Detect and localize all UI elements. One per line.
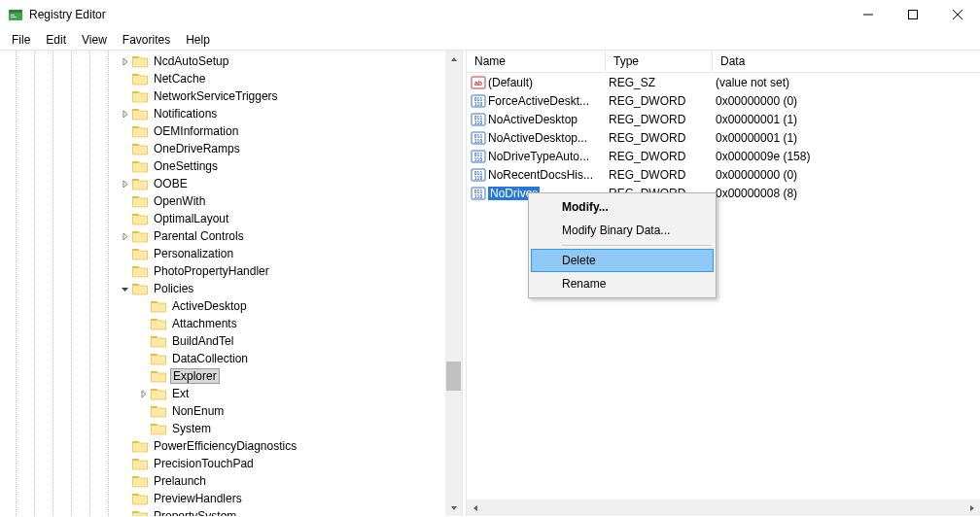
menu-edit[interactable]: Edit [38,31,74,49]
chevron-right-icon[interactable] [117,176,132,191]
tree-item[interactable]: Personalization [0,245,462,262]
svg-text:ab: ab [474,80,482,86]
tree-item[interactable]: OneSettings [0,157,462,175]
context-modify-binary[interactable]: Modify Binary Data... [531,219,714,242]
scroll-thumb[interactable] [446,362,461,391]
close-button[interactable] [935,0,980,29]
value-name-cell: 011110NoActiveDesktop [467,112,605,127]
value-row[interactable]: 011110NoActiveDesktopREG_DWORD0x00000001… [467,110,980,128]
value-type-cell: REG_DWORD [605,94,712,108]
context-separator [562,245,712,246]
value-name-cell: 011110NoActiveDesktop... [467,130,605,146]
tree-item[interactable]: NonEnum [0,402,462,420]
chevron-right-icon[interactable] [117,53,132,69]
maximize-button[interactable] [891,0,935,29]
tree-item[interactable]: Attachments [0,315,462,332]
svg-rect-1 [9,10,22,13]
tree-item-label: DataCollection [170,352,250,365]
list-horizontal-scrollbar[interactable] [467,500,980,516]
chevron-right-icon[interactable] [117,106,132,121]
value-type-cell: REG_DWORD [605,150,712,163]
context-rename[interactable]: Rename [531,272,714,295]
registry-tree[interactable]: NcdAutoSetupNetCacheNetworkServiceTrigge… [0,51,462,516]
tree-item[interactable]: OEMInformation [0,122,462,140]
tree-item[interactable]: PhotoPropertyHandler [0,262,462,280]
expander-none [117,438,132,454]
tree-item[interactable]: PreviewHandlers [0,490,462,507]
tree-item[interactable]: OOBE [0,175,462,192]
tree-item[interactable]: PropertySystem [0,507,462,516]
chevron-down-icon[interactable] [117,281,132,296]
tree-item-label: Ext [170,387,191,400]
tree-vertical-scrollbar[interactable] [445,51,462,516]
value-row[interactable]: 011110NoDriveTypeAuto...REG_DWORD0x00000… [467,147,980,165]
tree-item[interactable]: Ext [0,385,462,402]
tree-item[interactable]: OneDriveRamps [0,140,462,157]
svg-rect-5 [909,11,918,19]
value-data-cell: 0x0000009e (158) [712,150,980,163]
minimize-button[interactable] [846,0,891,29]
context-modify[interactable]: Modify... [531,195,714,219]
expander-none [117,211,132,226]
value-type-cell: REG_SZ [605,76,712,89]
chevron-right-icon[interactable] [135,386,151,401]
value-name-cell: 011110NoDriveTypeAuto... [467,149,605,164]
scroll-left-icon[interactable] [467,500,483,516]
tree-item[interactable]: NetworkServiceTriggers [0,87,462,105]
column-name[interactable]: Name [467,52,605,71]
app-icon [8,7,23,22]
value-row[interactable]: 011110NoRecentDocsHis...REG_DWORD0x00000… [467,165,980,184]
menu-favorites[interactable]: Favorites [115,31,178,49]
expander-none [117,456,132,471]
tree-item[interactable]: Policies [0,280,462,297]
value-row[interactable]: 011110ForceActiveDeskt...REG_DWORD0x0000… [467,91,980,110]
tree-item[interactable]: Notifications [0,105,462,122]
tree-item[interactable]: DataCollection [0,350,462,367]
values-list[interactable]: ab(Default)REG_SZ(value not set)011110Fo… [467,73,980,202]
tree-item[interactable]: ActiveDesktop [0,297,462,315]
scroll-down-icon[interactable] [445,500,462,516]
tree-item-label: Personalization [152,247,235,260]
scroll-up-icon[interactable] [445,51,462,67]
tree-item[interactable]: PrecisionTouchPad [0,455,462,472]
value-name-label: NoActiveDesktop... [488,131,587,145]
menu-view[interactable]: View [74,31,115,49]
menu-bar: File Edit View Favorites Help [0,29,980,50]
column-type[interactable]: Type [605,52,712,71]
chevron-right-icon[interactable] [117,228,132,244]
tree-item-label: OneDriveRamps [152,142,242,155]
expander-none [117,263,132,279]
tree-item-label: PreviewHandlers [152,492,244,505]
value-name-label: NoDriveTypeAuto... [488,150,589,163]
tree-item-label: PowerEfficiencyDiagnostics [152,439,298,453]
value-name-cell: ab(Default) [467,75,605,90]
value-row[interactable]: 011110NoActiveDesktop...REG_DWORD0x00000… [467,128,980,147]
tree-item[interactable]: Explorer [0,367,462,385]
title-bar: Registry Editor [0,0,980,29]
tree-item[interactable]: OpenWith [0,192,462,210]
expander-none [117,141,132,156]
scroll-track[interactable] [483,500,963,516]
tree-item[interactable]: BuildAndTel [0,332,462,350]
tree-item[interactable]: Parental Controls [0,227,462,245]
tree-item[interactable]: Prelaunch [0,472,462,490]
tree-pane: NcdAutoSetupNetCacheNetworkServiceTrigge… [0,51,462,516]
scroll-right-icon[interactable] [963,500,980,516]
menu-help[interactable]: Help [178,31,218,49]
window-title: Registry Editor [29,8,846,21]
tree-item[interactable]: System [0,420,462,437]
value-type-cell: REG_DWORD [605,168,712,182]
value-name-cell: 011110NoRecentDocsHis... [467,167,605,183]
tree-item[interactable]: NetCache [0,70,462,87]
menu-file[interactable]: File [4,31,38,49]
tree-item[interactable]: PowerEfficiencyDiagnostics [0,437,462,455]
svg-text:110: 110 [474,175,483,181]
column-data[interactable]: Data [712,52,980,71]
expander-none [117,88,132,104]
tree-item[interactable]: OptimalLayout [0,210,462,227]
content-area: NcdAutoSetupNetCacheNetworkServiceTrigge… [0,50,980,516]
expander-none [135,333,151,349]
value-row[interactable]: ab(Default)REG_SZ(value not set) [467,73,980,91]
tree-item[interactable]: NcdAutoSetup [0,52,462,70]
context-delete[interactable]: Delete [531,249,714,272]
